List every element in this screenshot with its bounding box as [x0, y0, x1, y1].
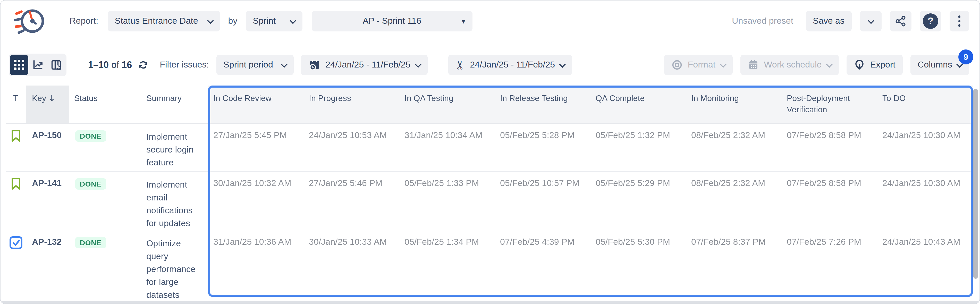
view-switcher [9, 54, 67, 76]
columns-label: Columns [918, 60, 952, 70]
key-header-label: Key [32, 94, 46, 102]
count-range: 1–10 [88, 59, 109, 70]
column-header-date[interactable]: In Release Testing [495, 86, 590, 123]
refresh-button[interactable] [137, 59, 150, 71]
calendar-icon [748, 59, 759, 71]
story-bookmark-icon [11, 129, 21, 142]
filter-type-value: Sprint period [223, 60, 273, 70]
trim-period-dropdown[interactable]: ✂ 24/Jan/25 - 11/Feb/25 [448, 55, 572, 75]
work-schedule-dropdown[interactable]: Work schedule [740, 55, 838, 75]
more-actions-button[interactable] [950, 11, 969, 32]
issue-key[interactable]: AP-150 [26, 123, 69, 171]
calendar-clock-icon [308, 59, 320, 71]
chevron-down-icon [867, 17, 874, 24]
status-entrance-date: 07/Feb/25 4:39 PM [495, 230, 590, 304]
column-header-date[interactable]: QA Complete [590, 86, 686, 123]
view-chart-button[interactable] [28, 55, 47, 75]
status-entrance-date: 05/Feb/25 10:57 PM [495, 171, 590, 230]
trim-period-value: 24/Jan/25 - 11/Feb/25 [470, 60, 555, 70]
issue-key[interactable]: AP-132 [26, 230, 69, 304]
status-entrance-date: 24/Jan/25 10:30 AM [877, 171, 973, 230]
status-entrance-date: 31/Jan/25 10:36 AM [208, 230, 304, 304]
chevron-down-icon [559, 61, 566, 67]
issue-type-cell [6, 230, 26, 304]
top-bar: Report: Status Entrance Date by Sprint A… [0, 0, 980, 42]
group-by-value: Sprint [253, 16, 276, 26]
group-by-dropdown[interactable]: Sprint [245, 11, 302, 32]
chevron-down-icon [280, 61, 287, 67]
save-as-label: Save as [813, 16, 845, 26]
report-window: Report: Status Entrance Date by Sprint A… [0, 0, 980, 304]
chevron-down-icon [826, 61, 832, 67]
column-header-date[interactable]: In Code Review [208, 86, 304, 123]
share-button[interactable] [890, 11, 912, 32]
issue-summary[interactable]: Implement email notifications for update… [141, 171, 208, 230]
issue-type-cell [6, 171, 26, 230]
status-entrance-date: 08/Feb/25 2:32 AM [686, 171, 782, 230]
share-icon [895, 16, 906, 27]
column-header-key[interactable]: Key ↓ [26, 86, 69, 123]
export-button[interactable]: Export [846, 55, 903, 75]
column-header-date[interactable]: In Monitoring [686, 86, 782, 123]
column-header-summary[interactable]: Summary [141, 86, 208, 123]
column-header-date[interactable]: In QA Testing [399, 86, 495, 123]
status-entrance-date: 05/Feb/25 1:34 PM [399, 230, 495, 304]
status-entrance-date: 24/Jan/25 10:53 AM [304, 123, 399, 171]
view-board-button[interactable] [47, 55, 65, 75]
issue-summary[interactable]: Implement secure login feature [141, 123, 208, 171]
format-target-icon [671, 59, 683, 71]
count-of: of [111, 59, 119, 70]
format-label: Format [688, 60, 716, 70]
question-icon: ? [923, 13, 938, 29]
export-label: Export [870, 60, 896, 70]
export-icon [854, 59, 865, 71]
issue-key[interactable]: AP-141 [26, 171, 69, 230]
column-header-status[interactable]: Status [69, 86, 141, 123]
filter-issues-label: Filter issues: [160, 60, 209, 70]
issue-summary[interactable]: Optimize query performance for large dat… [141, 230, 208, 304]
report-type-dropdown[interactable]: Status Entrance Date [108, 11, 220, 32]
column-header-type[interactable]: T [6, 86, 26, 123]
status-entrance-date: 05/Feb/25 1:32 PM [590, 123, 686, 171]
status-badge: DONE [75, 178, 106, 189]
sprint-period-dropdown[interactable]: 24/Jan/25 - 11/Feb/25 [301, 55, 427, 75]
issue-type-cell [6, 123, 26, 171]
story-bookmark-icon [11, 177, 21, 190]
toolbar: 1–10 of 16 Filter issues: Sprint period [0, 53, 980, 77]
status-entrance-date: 31/Jan/25 10:34 AM [399, 123, 495, 171]
vertical-scrollbar-thumb[interactable] [973, 89, 978, 279]
view-table-button[interactable] [10, 55, 28, 75]
scope-dropdown[interactable]: AP - Sprint 116 ▾ [312, 11, 472, 32]
column-header-date[interactable]: To DO [877, 86, 973, 123]
grid-icon [14, 60, 24, 70]
issue-count: 1–10 of 16 [88, 59, 132, 70]
issue-status-cell: DONE [69, 123, 141, 171]
issue-status-cell: DONE [69, 171, 141, 230]
status-entrance-date: 24/Jan/25 10:30 AM [877, 123, 973, 171]
status-entrance-date: 27/Jan/25 5:46 PM [304, 171, 399, 230]
status-entrance-date: 30/Jan/25 10:33 AM [304, 230, 399, 304]
status-entrance-date: 24/Jan/25 10:43 AM [877, 230, 973, 304]
status-entrance-date: 08/Feb/25 2:32 AM [686, 123, 782, 171]
save-options-dropdown[interactable] [860, 11, 881, 32]
by-label: by [228, 16, 237, 26]
column-header-date[interactable]: Post-Deployment Verification [782, 86, 877, 123]
chevron-down-icon [290, 17, 296, 24]
format-dropdown[interactable]: Format [664, 55, 733, 75]
status-badge: DONE [75, 237, 106, 248]
filter-type-dropdown[interactable]: Sprint period [216, 55, 293, 75]
column-header-date[interactable]: In Progress [304, 86, 399, 123]
triangle-down-icon: ▾ [462, 18, 465, 24]
report-label: Report: [70, 16, 99, 26]
bottom-edge-bar [0, 301, 980, 304]
save-as-button[interactable]: Save as [806, 11, 852, 32]
sprint-period-value: 24/Jan/25 - 11/Feb/25 [325, 60, 410, 70]
status-badge: DONE [75, 131, 106, 142]
report-type-value: Status Entrance Date [115, 16, 198, 26]
work-schedule-label: Work schedule [764, 60, 822, 70]
chevron-down-icon [415, 61, 421, 67]
help-button[interactable]: ? [920, 11, 941, 32]
line-chart-icon [32, 59, 43, 71]
scissors-icon: ✂ [454, 60, 466, 70]
status-entrance-date: 05/Feb/25 5:30 PM [590, 230, 686, 304]
